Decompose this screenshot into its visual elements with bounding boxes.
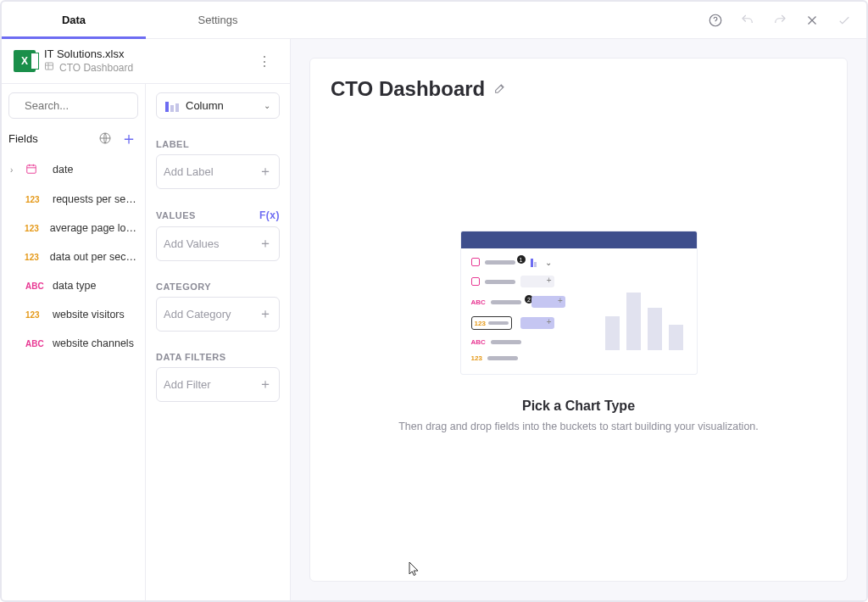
add-field-button[interactable]: ＋ (120, 129, 138, 148)
tab-settings[interactable]: Settings (146, 2, 290, 38)
svg-rect-2 (46, 63, 53, 70)
tab-data[interactable]: Data (2, 2, 146, 38)
values-bucket[interactable]: Add Values ＋ (156, 226, 280, 261)
search-input[interactable] (8, 92, 138, 119)
bucket-placeholder: Add Values (164, 237, 259, 250)
plus-icon: ＋ (259, 163, 272, 181)
fx-button[interactable]: F(x) (259, 209, 280, 221)
chart-type-picker[interactable]: Column ⌄ (156, 92, 280, 119)
field-label: website channels (53, 337, 134, 349)
chart-type-name: Column (186, 99, 224, 112)
number-type-icon: 123 (25, 195, 46, 204)
field-item[interactable]: ABC website channels (8, 329, 138, 358)
empty-state-subtitle: Then drag and drop fields into the bucke… (398, 421, 759, 432)
chevron-right-icon: › (10, 165, 19, 175)
undo-icon[interactable] (739, 12, 756, 29)
filters-section-header: DATA FILTERS (156, 352, 280, 362)
cursor-icon (409, 561, 420, 577)
field-label: data type (53, 280, 96, 292)
table-icon (44, 61, 54, 75)
field-label: requests per se… (53, 193, 136, 205)
plus-icon: ＋ (259, 376, 272, 393)
field-item[interactable]: 123 data out per sec… (8, 242, 138, 271)
column-chart-icon (165, 100, 179, 112)
plus-icon: ＋ (259, 235, 272, 253)
edit-title-button[interactable] (493, 81, 509, 97)
field-label: data out per sec… (50, 251, 136, 263)
label-section-header: LABEL (156, 139, 280, 149)
globe-icon[interactable] (96, 129, 114, 148)
svg-rect-5 (27, 165, 36, 173)
dashboard-title: CTO Dashboard (331, 77, 485, 101)
chevron-down-icon: ⌄ (264, 101, 270, 110)
calendar-icon (25, 163, 46, 176)
values-section-header: VALUES (156, 210, 196, 220)
bucket-placeholder: Add Category (164, 308, 259, 321)
field-item[interactable]: 123 requests per se… (8, 185, 138, 214)
sheet-name: CTO Dashboard (59, 62, 133, 75)
help-icon[interactable] (707, 12, 724, 29)
category-bucket[interactable]: Add Category ＋ (156, 297, 280, 332)
number-type-icon: 123 (25, 310, 46, 320)
plus-icon: ＋ (259, 305, 272, 323)
field-label: website visitors (53, 309, 125, 321)
empty-state-illustration: 1 ⌄ + ABC 2 (460, 231, 698, 375)
file-name: IT Solutions.xlsx (44, 47, 133, 61)
redo-icon[interactable] (771, 12, 788, 29)
text-type-icon: ABC (25, 339, 46, 348)
field-label: average page lo… (50, 222, 136, 234)
text-type-icon: ABC (25, 281, 46, 291)
category-section-header: CATEGORY (156, 281, 280, 292)
bucket-placeholder: Add Label (164, 165, 259, 178)
confirm-icon[interactable] (836, 12, 853, 29)
field-item[interactable]: ABC data type (8, 271, 138, 300)
field-label: date (53, 164, 73, 176)
field-item-date[interactable]: › date (8, 154, 138, 185)
filters-bucket[interactable]: Add Filter ＋ (156, 367, 280, 402)
fields-section-label: Fields (8, 132, 38, 145)
close-icon[interactable] (804, 12, 821, 29)
label-bucket[interactable]: Add Label ＋ (156, 154, 280, 189)
field-item[interactable]: 123 website visitors (8, 300, 138, 329)
excel-file-icon: X (14, 50, 36, 72)
number-type-icon: 123 (25, 224, 43, 233)
field-item[interactable]: 123 average page lo… (8, 214, 138, 242)
file-menu-button[interactable]: ⋮ (251, 50, 278, 73)
empty-state-title: Pick a Chart Type (522, 399, 635, 414)
bucket-placeholder: Add Filter (164, 378, 259, 391)
number-type-icon: 123 (25, 253, 43, 262)
svg-point-1 (715, 23, 716, 24)
